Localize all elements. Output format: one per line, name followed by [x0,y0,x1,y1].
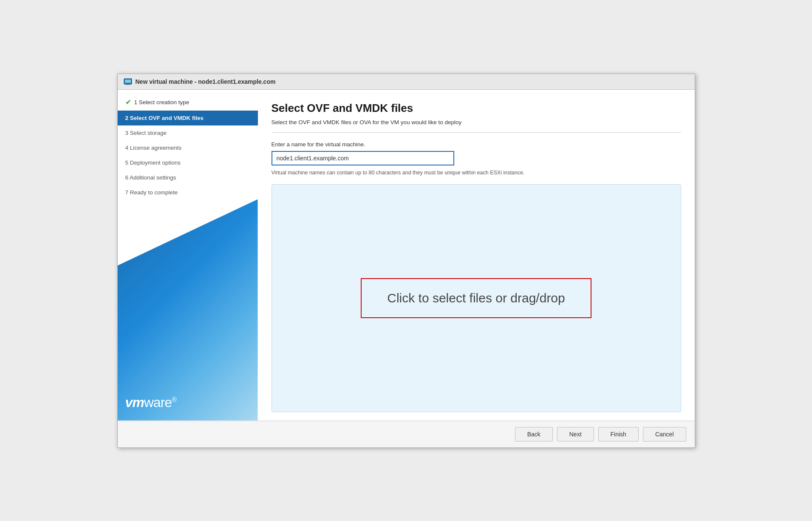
page-heading: Select OVF and VMDK files [272,102,681,115]
main-content: Select OVF and VMDK files Select the OVF… [258,90,695,421]
cancel-button[interactable]: Cancel [643,427,686,441]
svg-rect-3 [126,85,130,85]
step1-label: 1 Select creation type [134,99,190,105]
file-drop-zone[interactable]: Click to select files or drag/drop [272,184,681,412]
vm-name-input[interactable] [272,151,454,165]
vm-name-hint: Virtual machine names can contain up to … [272,170,681,176]
back-button[interactable]: Back [515,427,553,441]
step2-label: 2 Select OVF and VMDK files [125,115,204,121]
field-label: Enter a name for the virtual machine. [272,141,681,148]
vm-icon [124,77,132,86]
sidebar: ✔ 1 Select creation type 2 Select OVF an… [118,90,258,421]
drop-zone-inner: Click to select files or drag/drop [361,278,591,318]
vmware-logo-text: vmware® [125,395,176,410]
next-button[interactable]: Next [557,427,594,441]
vmware-logo: vmware® [118,386,258,421]
page-subtext: Select the OVF and VMDK files or OVA for… [272,119,681,125]
sidebar-item-step3[interactable]: 3 Select storage [118,125,258,140]
sidebar-item-step6[interactable]: 6 Additional settings [118,170,258,185]
sidebar-item-step5[interactable]: 5 Deployment options [118,155,258,170]
svg-rect-1 [125,80,131,83]
wizard-steps: ✔ 1 Select creation type 2 Select OVF an… [118,90,258,386]
dialog-body: ✔ 1 Select creation type 2 Select OVF an… [118,90,695,421]
check-icon: ✔ [125,98,131,106]
step4-label: 4 License agreements [125,145,182,151]
drop-zone-text: Click to select files or drag/drop [387,291,565,305]
sidebar-item-step2[interactable]: 2 Select OVF and VMDK files [118,111,258,125]
section-divider [272,132,681,133]
sidebar-item-step7[interactable]: 7 Ready to complete [118,185,258,200]
step5-label: 5 Deployment options [125,159,181,166]
sidebar-item-step1[interactable]: ✔ 1 Select creation type [118,94,258,111]
window-title: New virtual machine - node1.client1.exam… [136,78,276,85]
step3-label: 3 Select storage [125,130,167,136]
sidebar-item-step4[interactable]: 4 License agreements [118,140,258,155]
step7-label: 7 Ready to complete [125,189,178,196]
dialog-titlebar: New virtual machine - node1.client1.exam… [118,74,695,90]
finish-button[interactable]: Finish [598,427,639,441]
dialog-window: New virtual machine - node1.client1.exam… [117,74,695,448]
step6-label: 6 Additional settings [125,174,176,181]
dialog-footer: Back Next Finish Cancel [118,421,695,447]
